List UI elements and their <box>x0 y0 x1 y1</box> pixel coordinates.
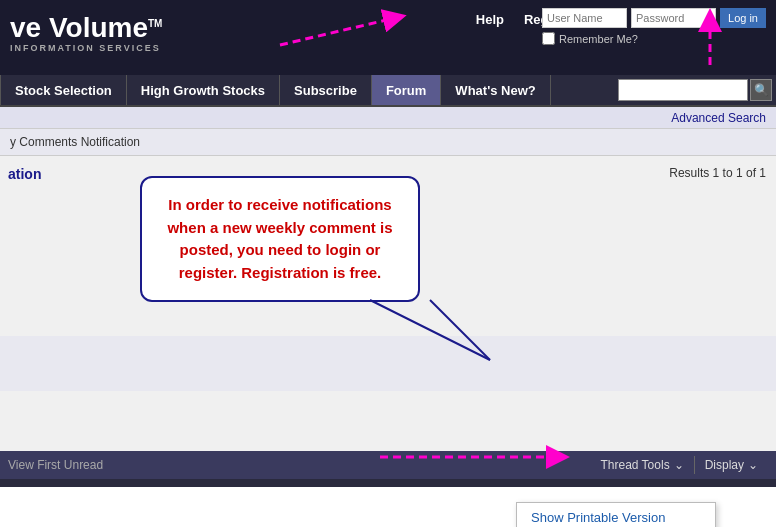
password-input[interactable] <box>631 8 716 28</box>
remember-me-row: Remember Me? <box>542 32 638 45</box>
login-row: Log in <box>542 8 766 28</box>
nav-item-high-growth[interactable]: High Growth Stocks <box>127 75 280 105</box>
advanced-search-bar: Advanced Search <box>0 107 776 129</box>
thread-tools-chevron: ⌄ <box>674 458 684 472</box>
help-link[interactable]: Help <box>476 12 504 27</box>
advanced-search-link[interactable]: Advanced Search <box>671 111 766 125</box>
search-area: 🔍 <box>618 75 776 105</box>
header: ve VolumeTM INFORMATION SERVICES Help Re… <box>0 0 776 75</box>
nav-item-whats-new[interactable]: What's New? <box>441 75 550 105</box>
login-button[interactable]: Log in <box>720 8 766 28</box>
logo: ve VolumeTM INFORMATION SERVICES <box>10 8 162 54</box>
dark-divider <box>0 479 776 487</box>
tooltip-box: In order to receive notifications when a… <box>140 176 420 302</box>
thread-tools-button[interactable]: Thread Tools ⌄ <box>590 456 694 474</box>
results-text: Results 1 to 1 of 1 <box>669 166 766 180</box>
dropdown-item-printable[interactable]: Show Printable Version <box>517 503 715 527</box>
remember-me-checkbox[interactable] <box>542 32 555 45</box>
display-chevron: ⌄ <box>748 458 758 472</box>
nav-item-forum[interactable]: Forum <box>372 75 441 105</box>
tooltip-text: In order to receive notifications when a… <box>167 196 392 281</box>
username-input[interactable] <box>542 8 627 28</box>
left-label: ation <box>0 156 120 336</box>
nav-item-subscribe[interactable]: Subscribe <box>280 75 372 105</box>
thread-tools-label: Thread Tools <box>600 458 669 472</box>
printable-version-link[interactable]: Show Printable Version <box>531 510 665 525</box>
bottom-toolbar: View First Unread Thread Tools ⌄ Display… <box>0 451 776 479</box>
logo-subtitle: INFORMATION SERVICES <box>10 44 162 54</box>
search-input[interactable] <box>618 79 748 101</box>
logo-tm: TM <box>148 18 162 29</box>
remember-me-label: Remember Me? <box>559 33 638 45</box>
search-button[interactable]: 🔍 <box>750 79 772 101</box>
content-area: y Comments Notification ation In order t… <box>0 129 776 487</box>
view-first-unread[interactable]: View First Unread <box>8 458 103 472</box>
main-area: ation In order to receive notifications … <box>0 156 776 336</box>
logo-text: ve Volume <box>10 12 148 43</box>
notification-header-text: y Comments Notification <box>10 135 140 149</box>
navbar: Stock Selection High Growth Stocks Subsc… <box>0 75 776 107</box>
notification-header: y Comments Notification <box>0 129 776 156</box>
display-label: Display <box>705 458 744 472</box>
dropdown-menu: Show Printable Version Email this Page..… <box>516 502 716 527</box>
nav-item-stock-selection[interactable]: Stock Selection <box>0 75 127 105</box>
content-spacer <box>0 336 776 391</box>
login-area: Log in Remember Me? <box>542 8 766 45</box>
display-button[interactable]: Display ⌄ <box>695 456 768 474</box>
